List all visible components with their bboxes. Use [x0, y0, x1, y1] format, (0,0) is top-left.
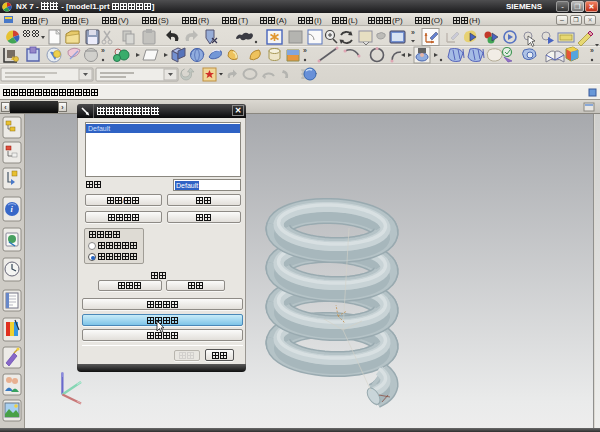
svg-text:»: »: [411, 29, 415, 36]
svg-text:»: »: [590, 47, 594, 54]
svg-text:»: »: [303, 47, 307, 54]
svg-text:»: »: [101, 47, 105, 54]
